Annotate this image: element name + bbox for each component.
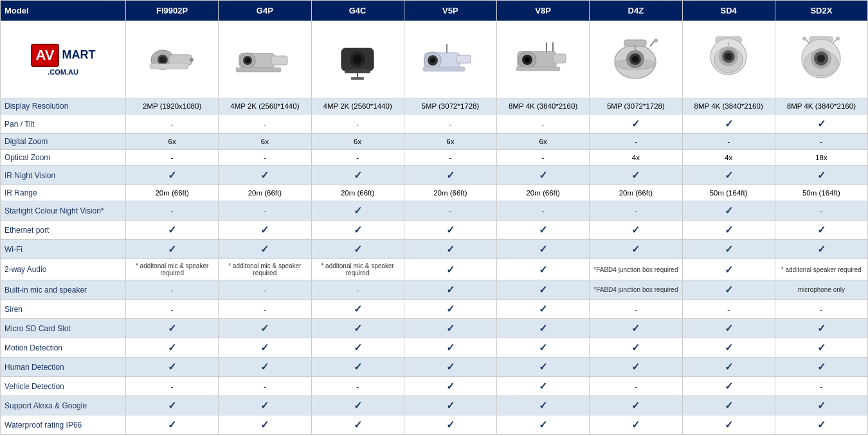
label-alexa-google: Support Alexa & Google [1,396,126,415]
svg-rect-1 [169,55,192,65]
val-v5p-sd: ✓ [404,319,496,338]
val-sd4-wp: ✓ [682,415,775,435]
val-sd2x-vehicle: - [775,377,867,396]
row-vehicle-detection: Vehicle Detection - - - ✓ ✓ - ✓ - [1,377,868,396]
val-g4p-mic: - [219,280,311,300]
row-ethernet: Ethernet port ✓ ✓ ✓ ✓ ✓ ✓ ✓ ✓ [1,221,868,240]
val-v8p-dzoom: 6x [497,134,590,150]
val-d4z-sd: ✓ [590,319,682,338]
val-d4z-wp: ✓ [590,415,682,435]
row-waterproof: Waterproof rating IP66 ✓ ✓ ✓ ✓ ✓ ✓ ✓ ✓ [1,415,868,435]
label-optical-zoom: Optical Zoom [1,150,126,166]
val-v5p-dzoom: 6x [404,134,496,150]
row-wifi: Wi-Fi ✓ ✓ ✓ ✓ ✓ ✓ ✓ ✓ [1,240,868,259]
row-ir-night-vision: IR Night Vision ✓ ✓ ✓ ✓ ✓ ✓ ✓ ✓ [1,166,868,185]
val-fi9902p-vehicle: - [126,377,219,396]
val-sd2x-motion: ✓ [775,338,867,358]
row-human-detection: Human Detection ✓ ✓ ✓ ✓ ✓ ✓ ✓ ✓ [1,358,868,377]
val-d4z-siren: - [590,300,682,319]
val-sd4-pan-tilt: ✓ [682,114,775,134]
val-fi9902p-sd: ✓ [126,319,219,338]
row-display-resolution: Display Resolution 2MP (1920x1080) 4MP 2… [1,98,868,114]
val-g4p-alexa: ✓ [219,396,311,415]
val-v8p-ir: ✓ [497,166,590,185]
svg-point-21 [430,58,435,63]
val-d4z-ir: ✓ [590,166,682,185]
val-fi9902p-mic: - [126,280,219,300]
val-g4c-starlight: ✓ [311,201,404,221]
val-g4c-human: ✓ [311,358,404,377]
val-sd2x-human: ✓ [775,358,867,377]
val-sd2x-wp: ✓ [775,415,867,435]
label-vehicle-detection: Vehicle Detection [1,377,126,396]
camera-fi9902p-image [126,21,219,98]
val-sd4-siren: - [682,300,775,319]
header-g4c: G4C [311,1,404,21]
val-g4p-sd: ✓ [219,319,311,338]
val-g4p-resolution: 4MP 2K (2560*1440) [219,98,311,114]
val-g4p-wp: ✓ [219,415,311,435]
header-v5p: V5P [404,1,496,21]
svg-point-47 [725,53,732,60]
header-fi9902p: FI9902P [126,1,219,21]
logo-cell: AV MART .COM.AU [1,21,126,98]
label-siren: Siren [1,300,126,319]
svg-rect-17 [351,77,364,80]
val-v8p-vehicle: ✓ [497,377,590,396]
val-d4z-alexa: ✓ [590,396,682,415]
header-d4z: D4Z [590,1,682,21]
svg-line-56 [833,39,836,44]
camera-sd4-image [682,21,775,98]
val-sd4-dzoom: - [682,134,775,150]
val-sd2x-alexa: ✓ [775,396,867,415]
row-motion-detection: Motion Detection ✓ ✓ ✓ ✓ ✓ ✓ ✓ ✓ [1,338,868,358]
val-v8p-wp: ✓ [497,415,590,435]
val-v5p-motion: ✓ [404,338,496,358]
label-display-resolution: Display Resolution [1,98,126,114]
val-g4p-motion: ✓ [219,338,311,358]
row-digital-zoom: Digital Zoom 6x 6x 6x 6x 6x - - - [1,134,868,150]
row-microsd: Micro SD Card Slot ✓ ✓ ✓ ✓ ✓ ✓ ✓ ✓ [1,319,868,338]
val-v5p-pan-tilt: - [404,114,496,134]
label-microsd: Micro SD Card Slot [1,319,126,338]
val-g4p-pan-tilt: - [219,114,311,134]
val-g4p-audio: * additonal mic & speaker required [219,259,311,280]
val-v5p-eth: ✓ [404,221,496,240]
svg-rect-30 [516,67,560,71]
val-g4p-human: ✓ [219,358,311,377]
label-ir-night-vision: IR Night Vision [1,166,126,185]
label-ethernet: Ethernet port [1,221,126,240]
val-v5p-vehicle: ✓ [404,377,496,396]
label-human-detection: Human Detection [1,358,126,377]
val-v8p-eth: ✓ [497,221,590,240]
val-sd2x-sd: ✓ [775,319,867,338]
camera-v8p-image [497,21,590,98]
val-sd4-audio: ✓ [682,259,775,280]
val-fi9902p-audio: * additonal mic & speaker required [126,259,219,280]
val-g4p-starlight: - [219,201,311,221]
val-v5p-human: ✓ [404,358,496,377]
svg-rect-23 [423,67,465,71]
val-g4p-ir: ✓ [219,166,311,185]
svg-rect-15 [345,69,370,73]
val-g4c-mic: - [311,280,404,300]
val-fi9902p-alexa: ✓ [126,396,219,415]
val-v5p-siren: ✓ [404,300,496,319]
val-v5p-audio: ✓ [404,259,496,280]
val-g4c-siren: ✓ [311,300,404,319]
val-v8p-resolution: 8MP 4K (3840*2160) [497,98,590,114]
header-sd2x: SD2X [775,1,867,21]
label-builtin-mic: Built-in mic and speaker [1,280,126,300]
val-fi9902p-pan-tilt: - [126,114,219,134]
val-v8p-pan-tilt: - [497,114,590,134]
val-g4p-irrange: 20m (66ft) [219,185,311,201]
val-v8p-motion: ✓ [497,338,590,358]
val-sd2x-audio: * additonal speaker required [775,259,867,280]
val-v5p-starlight: - [404,201,496,221]
val-fi9902p-resolution: 2MP (1920x1080) [126,98,219,114]
val-sd4-starlight: ✓ [682,201,775,221]
val-v8p-wifi: ✓ [497,240,590,259]
val-sd2x-resolution: 8MP 4K (3840*2160) [775,98,867,114]
val-fi9902p-starlight: - [126,201,219,221]
val-fi9902p-eth: ✓ [126,221,219,240]
